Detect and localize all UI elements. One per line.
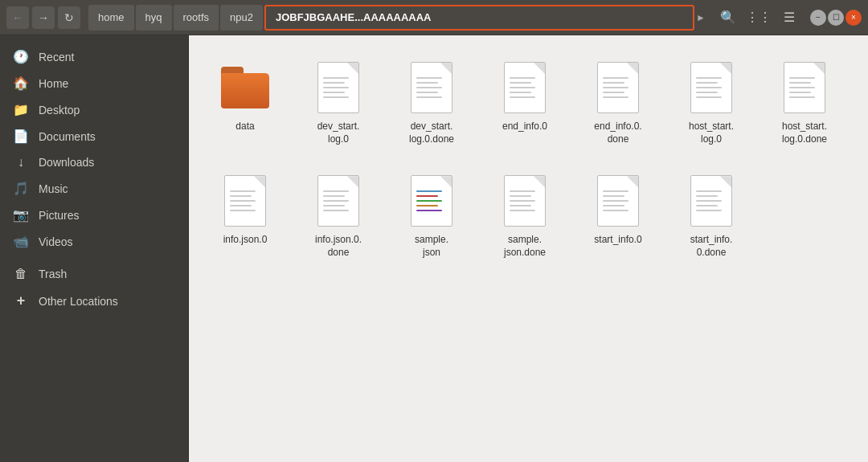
- sidebar-label-trash: Trash: [39, 268, 67, 280]
- sidebar-label-other-locations: Other Locations: [39, 295, 118, 308]
- maximize-button[interactable]: ☐: [828, 10, 844, 26]
- doc-icon-wrap: [592, 58, 644, 117]
- home-icon: 🏠: [13, 76, 29, 91]
- file-name-sample-json: sample.json: [415, 234, 448, 259]
- sidebar-label-downloads: Downloads: [39, 156, 94, 169]
- doc-icon: [784, 62, 825, 113]
- doc-icon: [504, 62, 546, 113]
- file-name-start-info-0: start_info.0: [594, 234, 641, 247]
- file-name-data: data: [235, 121, 254, 133]
- sidebar-label-home: Home: [39, 77, 68, 90]
- file-name-host-start-log-0-done: host_start.log.0.done: [782, 121, 827, 145]
- file-item-host-start-log-0-done[interactable]: host_start.log.0.done: [764, 51, 845, 152]
- breadcrumb: home hyq rootfs npu2 JOBFJBGAAHE...AAAAA…: [88, 5, 707, 31]
- doc-icon-wrap: [592, 171, 644, 231]
- breadcrumb-home[interactable]: home: [88, 5, 134, 31]
- minimize-button[interactable]: −: [810, 10, 826, 26]
- file-item-data[interactable]: data: [205, 51, 285, 152]
- doc-icon-wrap: [219, 171, 271, 231]
- sidebar-label-music: Music: [39, 182, 68, 195]
- file-name-info-json-0: info.json.0: [223, 234, 268, 247]
- sidebar-item-home[interactable]: 🏠 Home: [0, 70, 188, 96]
- doc-icon-wrap: [686, 171, 737, 231]
- breadcrumb-next-arrow: ►: [694, 12, 707, 23]
- sidebar-label-documents: Documents: [39, 130, 96, 143]
- videos-icon: 📹: [13, 234, 29, 249]
- file-item-host-start-log-0[interactable]: host_start.log.0: [671, 51, 751, 152]
- doc-icon: [597, 62, 639, 113]
- sidebar-item-videos[interactable]: 📹 Videos: [0, 228, 188, 255]
- file-name-host-start-log-0: host_start.log.0: [689, 121, 734, 145]
- doc-icon: [690, 175, 732, 227]
- sidebar-item-desktop[interactable]: 📁 Desktop: [0, 96, 188, 123]
- file-item-dev-start-log-0-done[interactable]: dev_start.log.0.done: [391, 51, 472, 152]
- file-item-start-info-0[interactable]: start_info.0: [578, 165, 658, 265]
- folder-icon: [221, 67, 269, 108]
- file-name-dev-start-log-0: dev_start.log.0: [317, 121, 360, 145]
- pictures-icon: 📷: [13, 207, 29, 223]
- file-area: data dev_start.l: [189, 35, 868, 462]
- trash-icon: 🗑: [13, 267, 29, 281]
- downloads-icon: ↓: [13, 155, 29, 170]
- doc-icon-wrap: [313, 58, 364, 117]
- doc-icon-wrap: [313, 171, 364, 231]
- back-button[interactable]: ←: [6, 6, 29, 29]
- menu-button[interactable]: ☰: [776, 5, 802, 31]
- breadcrumb-current[interactable]: JOBFJBGAAHE...AAAAAAAAA: [264, 5, 694, 31]
- doc-icon: [224, 175, 266, 227]
- doc-icon: [597, 175, 639, 227]
- desktop-icon: 📁: [13, 102, 29, 117]
- file-item-dev-start-log-0[interactable]: dev_start.log.0: [298, 51, 379, 152]
- file-item-end-info-0-done[interactable]: end_info.0.done: [578, 51, 658, 152]
- sidebar-label-recent: Recent: [39, 51, 74, 63]
- breadcrumb-npu2[interactable]: npu2: [220, 5, 263, 31]
- doc-icon-wrap: [686, 58, 737, 117]
- doc-icon: [411, 62, 452, 113]
- file-item-info-json-0-done[interactable]: info.json.0.done: [298, 165, 379, 265]
- file-name-sample-json-done: sample.json.done: [504, 234, 546, 259]
- sidebar-label-videos: Videos: [39, 235, 73, 248]
- sidebar-label-desktop: Desktop: [39, 104, 80, 117]
- file-item-sample-json-done[interactable]: sample.json.done: [485, 165, 565, 265]
- doc-icon-wrap: [406, 171, 457, 231]
- main-layout: 🕐 Recent 🏠 Home 📁 Desktop 📄 Documents ↓ …: [0, 35, 868, 462]
- file-name-info-json-0-done: info.json.0.done: [315, 234, 362, 259]
- sidebar-item-downloads[interactable]: ↓ Downloads: [0, 149, 188, 175]
- doc-icon-wrap: [499, 171, 551, 231]
- music-icon: 🎵: [13, 181, 29, 196]
- file-name-end-info-0-done: end_info.0.done: [594, 121, 641, 145]
- documents-icon: 📄: [13, 129, 29, 144]
- titlebar: ← → ↻ home hyq rootfs npu2 JOBFJBGAAHE..…: [0, 0, 868, 35]
- sidebar-item-pictures[interactable]: 📷 Pictures: [0, 202, 188, 228]
- file-grid: data dev_start.l: [205, 51, 852, 265]
- sidebar-item-music[interactable]: 🎵 Music: [0, 175, 188, 202]
- file-item-end-info-0[interactable]: end_info.0: [485, 51, 565, 152]
- doc-icon: [690, 62, 732, 113]
- file-item-info-json-0[interactable]: info.json.0: [205, 165, 285, 265]
- doc-icon: [504, 175, 546, 227]
- search-button[interactable]: 🔍: [715, 5, 741, 31]
- sidebar-item-other-locations[interactable]: + Other Locations: [0, 287, 188, 315]
- file-item-start-info-0-done[interactable]: start_info.0.done: [671, 165, 751, 265]
- sidebar-item-documents[interactable]: 📄 Documents: [0, 123, 188, 149]
- breadcrumb-hyq[interactable]: hyq: [136, 5, 172, 31]
- view-toggle-button[interactable]: ⋮⋮: [746, 5, 772, 31]
- doc-icon: [317, 175, 359, 227]
- doc-icon-wrap: [499, 58, 551, 117]
- doc-icon-wrap: [779, 58, 830, 117]
- file-item-sample-json[interactable]: sample.json: [391, 165, 472, 265]
- sidebar: 🕐 Recent 🏠 Home 📁 Desktop 📄 Documents ↓ …: [0, 35, 189, 462]
- doc-icon-wrap: [406, 58, 457, 117]
- other-locations-icon: +: [13, 292, 29, 309]
- file-name-dev-start-log-0-done: dev_start.log.0.done: [409, 121, 454, 145]
- close-button[interactable]: ×: [845, 10, 862, 26]
- file-name-end-info-0: end_info.0: [502, 121, 547, 133]
- sidebar-item-trash[interactable]: 🗑 Trash: [0, 261, 188, 287]
- doc-icon-colored: [411, 175, 452, 227]
- file-name-start-info-0-done: start_info.0.done: [690, 234, 733, 259]
- doc-icon: [317, 62, 359, 113]
- forward-button[interactable]: →: [32, 6, 55, 29]
- history-button[interactable]: ↻: [58, 6, 80, 29]
- breadcrumb-rootfs[interactable]: rootfs: [174, 5, 219, 31]
- sidebar-item-recent[interactable]: 🕐 Recent: [0, 43, 188, 70]
